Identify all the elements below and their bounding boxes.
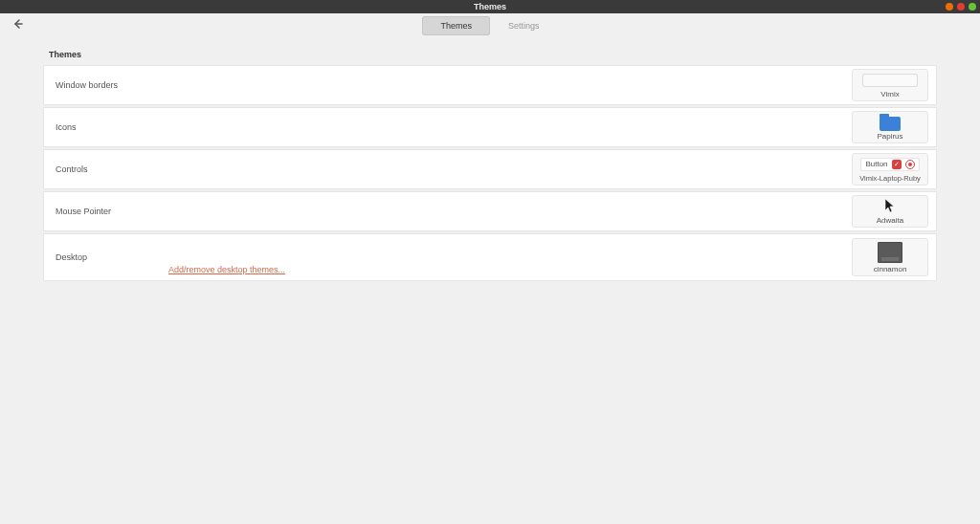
controls-sample-icon: Button ✓ [860,158,919,171]
preview-window-borders [853,70,927,90]
theme-selector-controls[interactable]: Button ✓ Vimix-Laptop-Ruby [852,153,928,186]
value-icons: Papirus [877,132,902,141]
value-window-borders: Vimix [880,90,899,98]
theme-selector-desktop[interactable]: cinnamon [852,238,928,276]
desktop-preview-icon [878,242,902,263]
label-mouse-pointer: Mouse Pointer [56,207,111,216]
row-icons: Icons Papirus [43,107,937,147]
theme-selector-mouse-pointer[interactable]: Adwaita [852,195,928,228]
toolbar: Themes Settings [0,13,980,36]
content: Themes Window borders Vimix Icons Papiru… [0,36,980,281]
tab-strip: Themes Settings [422,16,557,35]
maximize-icon[interactable] [957,3,965,11]
back-button[interactable] [11,17,25,31]
preview-desktop [853,239,927,265]
cursor-icon [884,198,896,213]
close-icon[interactable] [969,3,976,11]
minimize-icon[interactable] [946,3,953,11]
preview-mouse-pointer [853,196,927,216]
sample-button-label: Button [865,160,887,168]
preview-icons [853,112,927,132]
label-desktop: Desktop [56,252,87,262]
window-controls [946,0,976,13]
theme-selector-window-borders[interactable]: Vimix [852,69,928,101]
add-remove-themes-link[interactable]: Add/remove desktop themes... [168,265,285,274]
radio-icon [905,160,915,169]
value-mouse-pointer: Adwaita [877,216,903,225]
checkbox-icon: ✓ [892,160,902,169]
section-title: Themes [43,36,937,65]
row-window-borders: Window borders Vimix [43,65,937,105]
folder-icon [880,114,901,131]
window-title: Themes [474,2,506,11]
tab-settings[interactable]: Settings [490,16,558,35]
back-arrow-icon [12,18,24,30]
theme-selector-icons[interactable]: Papirus [852,111,928,143]
value-controls: Vimix-Laptop-Ruby [859,174,921,183]
value-desktop: cinnamon [874,265,907,273]
label-icons: Icons [56,122,77,132]
window-frame-icon [862,74,918,87]
titlebar: Themes [0,0,980,13]
preview-controls: Button ✓ [853,154,927,174]
row-mouse-pointer: Mouse Pointer Adwaita [43,191,937,231]
row-controls: Controls Button ✓ Vimix-Laptop-Ruby [43,149,937,189]
label-controls: Controls [56,164,88,174]
row-desktop: Desktop Add/remove desktop themes... cin… [43,233,937,281]
tab-themes[interactable]: Themes [422,16,490,35]
label-window-borders: Window borders [56,80,118,90]
